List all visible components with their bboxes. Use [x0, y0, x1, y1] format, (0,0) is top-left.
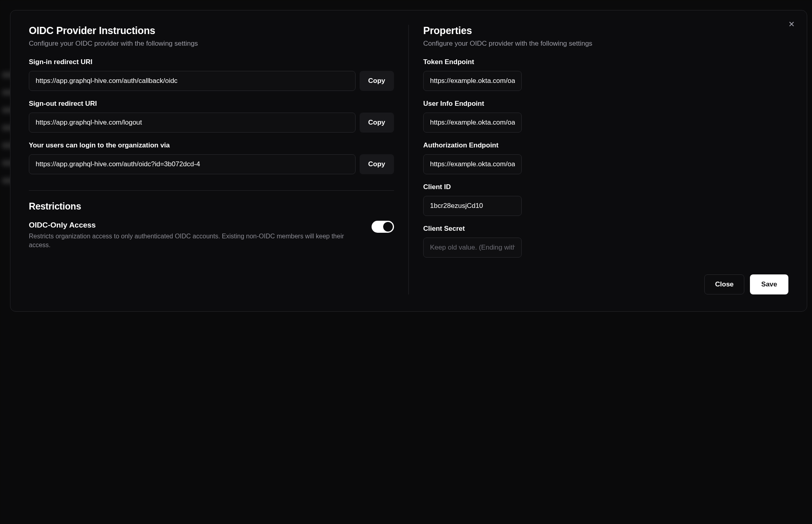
token-endpoint-label: Token Endpoint: [423, 58, 788, 66]
oidc-settings-modal: OIDC Provider Instructions Configure you…: [10, 10, 807, 312]
client-id-label: Client ID: [423, 183, 788, 191]
section-divider: [29, 190, 394, 191]
sign-in-redirect-value[interactable]: https://app.graphql-hive.com/auth/callba…: [29, 71, 356, 91]
sign-in-redirect-label: Sign-in redirect URI: [29, 58, 394, 66]
user-info-endpoint-label: User Info Endpoint: [423, 100, 788, 108]
copy-sign-out-button[interactable]: Copy: [360, 113, 394, 133]
authorization-endpoint-label: Authorization Endpoint: [423, 141, 788, 149]
token-endpoint-input[interactable]: [423, 71, 522, 91]
oidc-only-toggle[interactable]: [372, 221, 394, 233]
sign-out-redirect-label: Sign-out redirect URI: [29, 100, 394, 108]
close-icon[interactable]: [786, 18, 797, 30]
instructions-heading: OIDC Provider Instructions: [29, 25, 394, 36]
client-secret-input[interactable]: [423, 238, 522, 258]
login-via-label: Your users can login to the organization…: [29, 141, 394, 149]
restrictions-heading: Restrictions: [29, 201, 394, 212]
save-button[interactable]: Save: [750, 274, 788, 294]
client-id-input[interactable]: [423, 196, 522, 216]
login-via-value[interactable]: https://app.graphql-hive.com/auth/oidc?i…: [29, 154, 356, 174]
sign-out-redirect-value[interactable]: https://app.graphql-hive.com/logout: [29, 113, 356, 133]
client-secret-label: Client Secret: [423, 225, 788, 233]
close-button[interactable]: Close: [704, 274, 744, 294]
instructions-subheading: Configure your OIDC provider with the fo…: [29, 40, 394, 48]
instructions-column: OIDC Provider Instructions Configure you…: [29, 25, 394, 294]
copy-login-via-button[interactable]: Copy: [360, 154, 394, 174]
user-info-endpoint-input[interactable]: [423, 113, 522, 133]
properties-heading: Properties: [423, 25, 788, 36]
properties-subheading: Configure your OIDC provider with the fo…: [423, 40, 788, 48]
properties-column: Properties Configure your OIDC provider …: [423, 25, 788, 294]
column-divider: [408, 25, 409, 294]
oidc-only-description: Restricts organization access to only au…: [29, 232, 360, 250]
authorization-endpoint-input[interactable]: [423, 154, 522, 174]
copy-sign-in-button[interactable]: Copy: [360, 71, 394, 91]
oidc-only-title: OIDC-Only Access: [29, 221, 360, 230]
